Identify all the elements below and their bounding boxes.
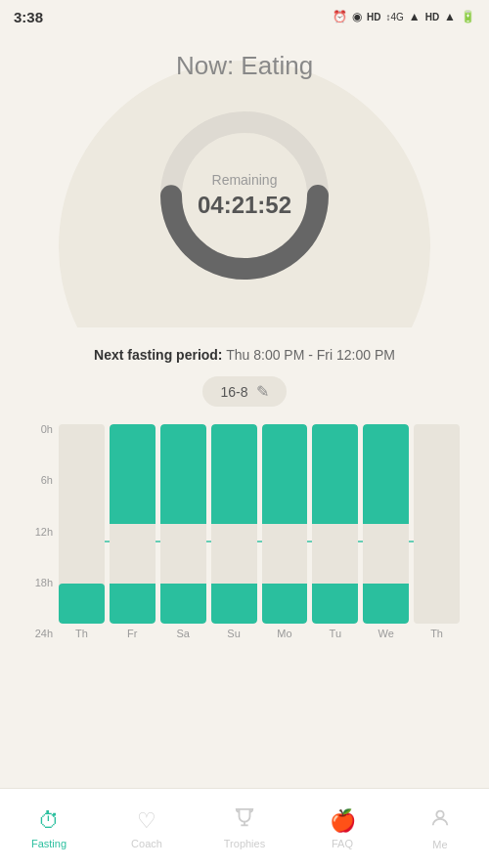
bar-outer-7 <box>414 424 460 624</box>
donut-chart: Remaining 04:21:52 <box>0 93 489 298</box>
chart-area: 0h 6h 12h 18h 24h ThFrSaSuMoTuWeTh <box>20 424 469 639</box>
bar-outer-4 <box>262 424 308 624</box>
hd-badge: HD <box>367 12 380 22</box>
fasting-badge[interactable]: 16-8 ✎ <box>202 376 286 407</box>
battery-icon: 🔋 <box>461 10 475 23</box>
bottom-nav: ⏱ Fasting ♡ Coach Trophies 🍎 FAQ Me <box>0 788 489 868</box>
next-fasting-text: Next fasting period: Thu 8:00 PM - Fri 1… <box>20 347 469 363</box>
network-icon: ↕4G <box>385 12 403 22</box>
content-area: Next fasting period: Thu 8:00 PM - Fri 1… <box>0 327 489 639</box>
bar-col-Mo-4: Mo <box>262 424 308 639</box>
svg-point-4 <box>436 810 443 817</box>
nav-item-faq[interactable]: 🍎 FAQ <box>293 789 391 868</box>
hd-badge2: HD <box>425 12 439 22</box>
bar-day-label-5: Tu <box>330 628 341 639</box>
signal-bars: ▲ <box>409 10 421 23</box>
bar-day-label-7: Th <box>430 628 443 639</box>
nav-label-coach: Coach <box>131 838 162 849</box>
nav-label-faq: FAQ <box>332 838 353 849</box>
nav-label-me: Me <box>432 839 447 850</box>
bar-col-Fr-1: Fr <box>110 424 156 639</box>
status-icons: ⏰ ◉ HD ↕4G ▲ HD ▲ 🔋 <box>333 10 475 23</box>
faq-icon: 🍎 <box>330 808 356 834</box>
nav-item-coach[interactable]: ♡ Coach <box>98 789 196 868</box>
donut-label: Remaining <box>198 172 291 188</box>
bar-col-We-6: We <box>363 424 409 639</box>
donut-time: 04:21:52 <box>198 192 291 219</box>
status-bar: 3:38 ⏰ ◉ HD ↕4G ▲ HD ▲ 🔋 <box>0 0 489 31</box>
bar-outer-1 <box>110 424 156 624</box>
bar-outer-3 <box>211 424 257 624</box>
y-axis: 0h 6h 12h 18h 24h <box>29 424 59 639</box>
bar-day-label-4: Mo <box>277 628 291 639</box>
bar-col-Th-0: Th <box>59 424 105 639</box>
bar-col-Th-7: Th <box>414 424 460 639</box>
bar-outer-5 <box>312 424 358 624</box>
nav-label-fasting: Fasting <box>31 838 67 849</box>
fasting-icon: ⏱ <box>38 808 60 834</box>
status-time: 3:38 <box>14 9 43 25</box>
bar-col-Su-3: Su <box>211 424 257 639</box>
signal-bars2: ▲ <box>444 10 456 23</box>
y-label-18h: 18h <box>29 578 53 588</box>
bar-outer-0 <box>59 424 105 624</box>
header-area: Now: Eating Remaining 04:21:52 <box>0 31 489 298</box>
bar-col-Sa-2: Sa <box>160 424 206 639</box>
nav-item-trophies[interactable]: Trophies <box>196 789 293 868</box>
bar-outer-6 <box>363 424 409 624</box>
y-label-6h: 6h <box>29 475 53 486</box>
bar-day-label-6: We <box>378 628 394 639</box>
me-icon <box>429 807 451 835</box>
coach-icon: ♡ <box>137 808 156 834</box>
bar-day-label-0: Th <box>75 628 88 639</box>
next-fasting-value: Thu 8:00 PM - Fri 12:00 PM <box>226 347 395 363</box>
donut-inner: Remaining 04:21:52 <box>198 172 291 219</box>
nav-label-trophies: Trophies <box>224 838 265 849</box>
nav-item-fasting[interactable]: ⏱ Fasting <box>0 789 98 868</box>
bar-col-Tu-5: Tu <box>312 424 358 639</box>
bar-day-label-1: Fr <box>127 628 137 639</box>
bar-day-label-2: Sa <box>176 628 189 639</box>
signal-icon: ◉ <box>352 10 362 23</box>
chart-wrapper: 0h 6h 12h 18h 24h ThFrSaSuMoTuWeTh <box>29 424 460 639</box>
nav-item-me[interactable]: Me <box>391 789 489 868</box>
y-label-0h: 0h <box>29 424 53 435</box>
y-label-24h: 24h <box>29 629 53 639</box>
bar-day-label-3: Su <box>227 628 240 639</box>
y-label-12h: 12h <box>29 527 53 538</box>
next-fasting-label: Next fasting period: <box>94 347 222 363</box>
badge-row: 16-8 ✎ <box>20 376 469 407</box>
trophies-icon <box>234 807 255 834</box>
chart-bars: ThFrSaSuMoTuWeTh <box>59 424 460 639</box>
edit-icon[interactable]: ✎ <box>256 382 269 401</box>
alarm-icon: ⏰ <box>333 10 347 23</box>
bar-outer-2 <box>160 424 206 624</box>
page-title: Now: Eating <box>0 31 489 81</box>
badge-label: 16-8 <box>220 384 247 400</box>
